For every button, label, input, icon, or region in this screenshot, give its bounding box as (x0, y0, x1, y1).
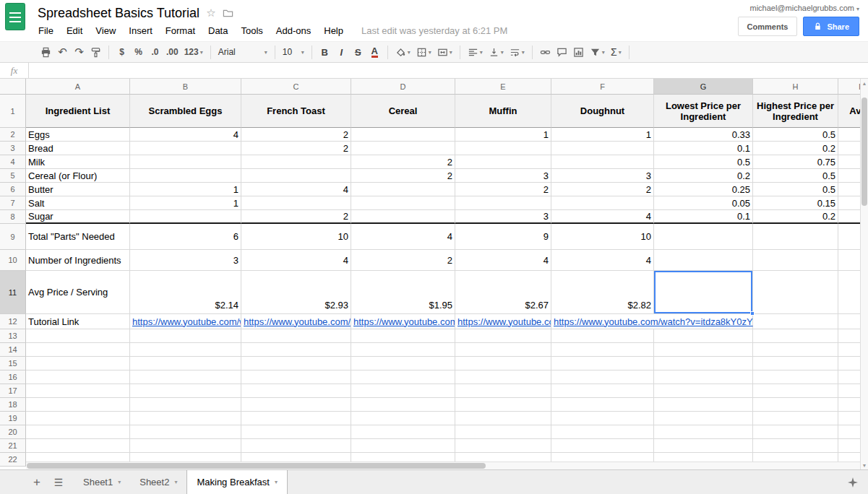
document-title[interactable]: Spreadsheet Basics Tutorial (38, 6, 199, 21)
cell-F6[interactable]: 2 (551, 183, 654, 196)
all-sheets-icon[interactable]: ☰ (48, 470, 69, 494)
cell-C5[interactable] (241, 169, 351, 183)
cell-F13[interactable] (551, 329, 654, 343)
cell-D11[interactable]: $1.95 (351, 271, 455, 314)
selection-handle[interactable] (750, 311, 755, 316)
cell-C9[interactable]: 10 (241, 224, 351, 250)
cell-D1[interactable]: Cereal (351, 95, 455, 128)
insert-link-button[interactable] (537, 43, 554, 61)
cell-A13[interactable] (26, 329, 130, 343)
cell-F21[interactable] (551, 439, 654, 453)
cell-A11[interactable]: Avg Price / Serving (26, 271, 130, 314)
cell-C13[interactable] (241, 329, 351, 343)
row-header-9[interactable]: 9 (0, 224, 26, 250)
explore-icon[interactable] (843, 473, 862, 492)
cell-E14[interactable] (455, 343, 551, 357)
row-header-21[interactable]: 21 (0, 439, 26, 453)
row-header-6[interactable]: 6 (0, 183, 26, 196)
cell-E18[interactable] (455, 398, 551, 412)
strikethrough-button[interactable]: S (350, 43, 366, 61)
cell-G5[interactable]: 0.2 (654, 169, 753, 183)
cell-B18[interactable] (130, 398, 241, 412)
menu-file[interactable]: File (38, 24, 60, 38)
cell-E2[interactable]: 1 (455, 128, 551, 142)
cell-G18[interactable] (654, 398, 753, 412)
row-header-5[interactable]: 5 (0, 169, 26, 183)
cell-A20[interactable] (26, 425, 130, 439)
cell-G15[interactable] (654, 357, 753, 370)
cell-D17[interactable] (351, 384, 455, 398)
cell-F19[interactable] (551, 412, 654, 425)
filter-button[interactable]: ▾ (587, 43, 608, 61)
sheet-tab-sheet2[interactable]: Sheet2▾ (130, 470, 186, 494)
cell-D21[interactable] (351, 439, 455, 453)
cell-E6[interactable]: 2 (455, 183, 551, 196)
account-menu[interactable]: michael@michaelgrubbs.com ▾ (738, 4, 859, 12)
cell-G9[interactable] (654, 224, 753, 250)
cell-H3[interactable]: 0.2 (753, 142, 838, 155)
cell-B17[interactable] (130, 384, 241, 398)
cell-B16[interactable] (130, 370, 241, 384)
cell-H12[interactable] (753, 314, 838, 329)
last-edit-status[interactable]: Last edit was yesterday at 6:21 PM (361, 25, 507, 36)
horizontal-scrollbar[interactable] (26, 462, 860, 469)
cell-A21[interactable] (26, 439, 130, 453)
column-header-E[interactable]: E (455, 79, 551, 95)
italic-button[interactable]: I (333, 43, 350, 61)
cell-H5[interactable]: 0.5 (753, 169, 838, 183)
scroll-up-icon[interactable]: ▲ (861, 79, 868, 87)
cell-H10[interactable] (753, 250, 838, 271)
star-icon[interactable]: ☆ (206, 6, 215, 20)
cell-D20[interactable] (351, 425, 455, 439)
sheet-tab-sheet1[interactable]: Sheet1▾ (74, 470, 130, 494)
row-header-1[interactable]: 1 (0, 95, 26, 128)
cell-F11[interactable]: $2.82 (551, 271, 654, 314)
cell-H19[interactable] (753, 412, 838, 425)
cell-G21[interactable] (654, 439, 753, 453)
paint-format-button[interactable] (87, 43, 104, 61)
cell-E1[interactable]: Muffin (455, 95, 551, 128)
row-header-4[interactable]: 4 (0, 155, 26, 169)
cell-B14[interactable] (130, 343, 241, 357)
cell-D16[interactable] (351, 370, 455, 384)
cell-H9[interactable] (753, 224, 838, 250)
cell-B1[interactable]: Scrambled Eggs (130, 95, 241, 128)
cell-F16[interactable] (551, 370, 654, 384)
cell-G14[interactable] (654, 343, 753, 357)
cell-F18[interactable] (551, 398, 654, 412)
cell-A6[interactable]: Butter (26, 183, 130, 196)
horizontal-align-button[interactable]: ▾ (465, 43, 486, 61)
cell-B15[interactable] (130, 357, 241, 370)
menu-tools[interactable]: Tools (234, 24, 269, 38)
cell-D7[interactable] (351, 196, 455, 210)
cell-A16[interactable] (26, 370, 130, 384)
increase-decimals-button[interactable]: .00 (163, 43, 181, 61)
text-wrap-button[interactable]: ▾ (507, 43, 528, 61)
cell-B13[interactable] (130, 329, 241, 343)
cell-H4[interactable]: 0.75 (753, 155, 838, 169)
cell-C19[interactable] (241, 412, 351, 425)
cell-A3[interactable]: Bread (26, 142, 130, 155)
cell-E13[interactable] (455, 329, 551, 343)
cell-A4[interactable]: Milk (26, 155, 130, 169)
cell-A15[interactable] (26, 357, 130, 370)
cell-H2[interactable]: 0.5 (753, 128, 838, 142)
horizontal-scroll-thumb[interactable] (27, 463, 486, 469)
grid-corner[interactable] (0, 79, 26, 95)
cell-E16[interactable] (455, 370, 551, 384)
row-header-14[interactable]: 14 (0, 343, 26, 357)
merge-cells-button[interactable]: ▾ (434, 43, 455, 61)
cell-F8[interactable]: 4 (551, 210, 654, 224)
column-header-A[interactable]: A (26, 79, 130, 95)
undo-button[interactable]: ↶ (54, 43, 71, 61)
borders-button[interactable]: ▾ (413, 43, 434, 61)
column-header-D[interactable]: D (351, 79, 455, 95)
row-header-7[interactable]: 7 (0, 196, 26, 210)
cell-F5[interactable]: 3 (551, 169, 654, 183)
cell-F7[interactable] (551, 196, 654, 210)
cell-E12[interactable]: https://www.youtube.com (455, 314, 551, 329)
cell-H13[interactable] (753, 329, 838, 343)
cell-E20[interactable] (455, 425, 551, 439)
cell-E3[interactable] (455, 142, 551, 155)
cell-G13[interactable] (654, 329, 753, 343)
